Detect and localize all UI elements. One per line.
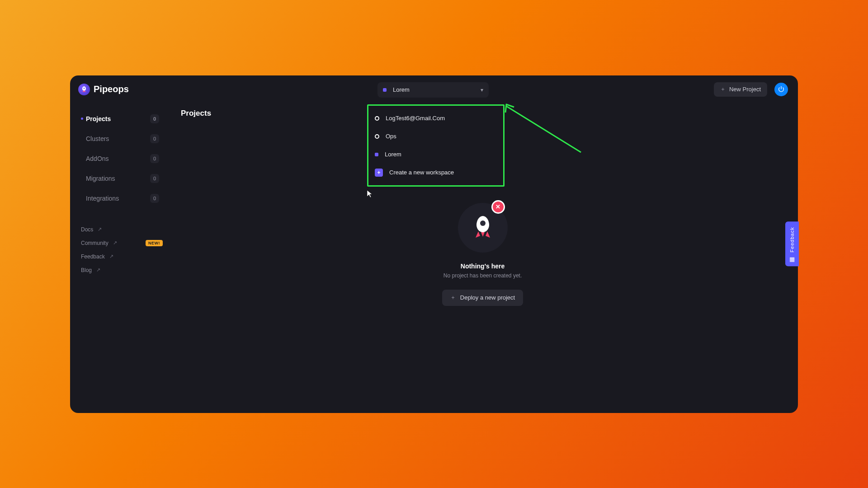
docs-link[interactable]: Docs ↗ <box>81 226 163 233</box>
sidebar-item-migrations[interactable]: Migrations 0 <box>78 169 163 188</box>
power-icon <box>778 86 785 93</box>
workspace-option-selected[interactable]: Lorem <box>368 145 503 164</box>
feedback-side-tab[interactable]: Feedback ▦ <box>785 221 799 266</box>
workspace-option[interactable]: LogTest6@Gmail.Com <box>368 109 503 127</box>
workspace-option-label: Lorem <box>385 151 401 158</box>
plus-icon: ＋ <box>720 85 726 93</box>
rocket-icon <box>468 213 497 242</box>
radio-unselected-icon <box>375 116 379 121</box>
new-project-button[interactable]: ＋ New Project <box>714 82 767 97</box>
count-badge: 0 <box>150 194 159 203</box>
header-actions: ＋ New Project <box>714 82 788 97</box>
sidebar: Projects 0 Clusters 0 AddOns 0 Migration… <box>70 103 167 413</box>
chevron-down-icon: ▾ <box>481 87 483 93</box>
sidebar-item-label: Migrations <box>86 175 115 182</box>
sidebar-item-integrations[interactable]: Integrations 0 <box>78 188 163 208</box>
sidebar-item-addons[interactable]: AddOns 0 <box>78 149 163 169</box>
link-label: Community <box>81 240 108 246</box>
count-badge: 0 <box>150 174 159 183</box>
new-badge: NEW! <box>146 240 163 246</box>
svg-point-0 <box>84 88 85 89</box>
error-badge-icon: ✕ <box>491 200 505 214</box>
link-label: Feedback <box>81 253 105 260</box>
empty-state-subtitle: No project has been created yet. <box>410 272 555 279</box>
workspace-option-label: LogTest6@Gmail.Com <box>386 115 445 122</box>
svg-point-1 <box>480 221 486 226</box>
external-link-icon: ↗ <box>96 267 100 273</box>
close-icon: ✕ <box>495 203 500 210</box>
sidebar-item-label: Projects <box>86 115 111 122</box>
plus-icon: ＋ <box>450 294 456 301</box>
create-workspace-button[interactable]: + Create a new workspace <box>368 164 503 182</box>
workspace-option[interactable]: Ops <box>368 127 503 145</box>
avatar[interactable] <box>774 83 788 96</box>
count-badge: 0 <box>150 114 159 123</box>
link-label: Blog <box>81 267 92 273</box>
blog-link[interactable]: Blog ↗ <box>81 267 163 273</box>
brand-logo[interactable]: Pipeops <box>78 84 129 95</box>
topbar: Pipeops Lorem ▾ ＋ New Project <box>70 75 798 103</box>
deploy-project-button[interactable]: ＋ Deploy a new project <box>442 290 523 306</box>
link-label: Docs <box>81 226 93 233</box>
feedback-link[interactable]: Feedback ↗ <box>81 253 163 260</box>
deploy-project-label: Deploy a new project <box>460 294 515 301</box>
workspace-dropdown: LogTest6@Gmail.Com Ops Lorem + Create a … <box>367 104 505 187</box>
active-marker-icon <box>81 117 83 120</box>
create-workspace-label: Create a new workspace <box>389 169 454 176</box>
sidebar-item-projects[interactable]: Projects 0 <box>78 109 163 129</box>
sidebar-item-label: Clusters <box>86 135 109 142</box>
workspace-option-label: Ops <box>386 133 396 140</box>
feedback-tab-label: Feedback <box>789 227 795 252</box>
sidebar-item-label: AddOns <box>86 155 109 162</box>
app-window: Pipeops Lorem ▾ ＋ New Project LogTest6@G… <box>70 75 798 413</box>
sidebar-external-links: Docs ↗ Community ↗ NEW! Feedback ↗ Blog … <box>78 226 163 273</box>
new-project-label: New Project <box>729 86 761 93</box>
external-link-icon: ↗ <box>98 226 102 232</box>
external-link-icon: ↗ <box>113 240 117 246</box>
radio-unselected-icon <box>375 134 379 139</box>
workspace-selected-label: Lorem <box>393 86 481 93</box>
community-link[interactable]: Community ↗ NEW! <box>81 240 163 246</box>
count-badge: 0 <box>150 154 159 163</box>
empty-state-graphic: ✕ <box>458 203 508 253</box>
brand-name: Pipeops <box>94 84 129 94</box>
radio-selected-icon <box>375 153 378 156</box>
rocket-icon <box>78 84 90 95</box>
workspace-selector[interactable]: Lorem ▾ <box>377 82 489 98</box>
plus-icon: + <box>375 169 383 177</box>
workspace-color-swatch-icon <box>383 88 387 92</box>
external-link-icon: ↗ <box>109 253 113 259</box>
count-badge: 0 <box>150 134 159 143</box>
sidebar-item-clusters[interactable]: Clusters 0 <box>78 129 163 149</box>
empty-state-title: Nothing's here <box>410 263 555 270</box>
empty-state: ✕ Nothing's here No project has been cre… <box>410 203 555 306</box>
camera-icon: ▦ <box>789 256 795 263</box>
sidebar-item-label: Integrations <box>86 195 119 202</box>
